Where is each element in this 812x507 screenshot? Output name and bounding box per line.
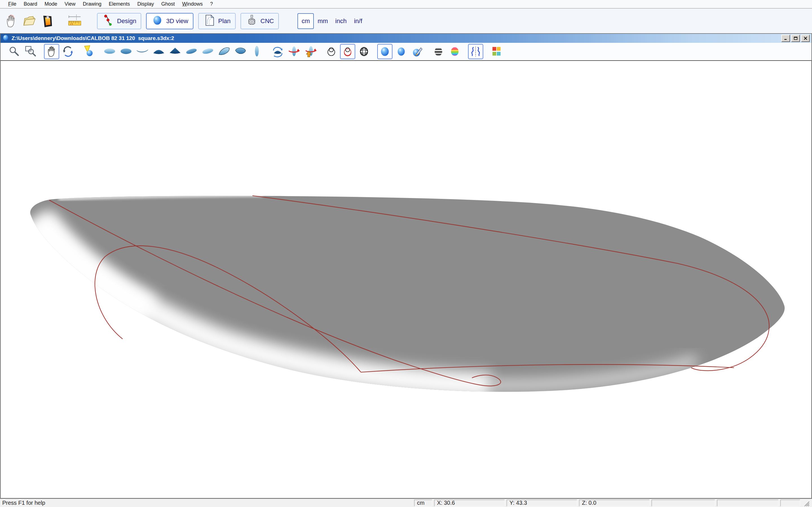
board-bottom-view-icon[interactable] (118, 44, 134, 59)
menu-bar: File Board Mode View Drawing Elements Di… (0, 0, 812, 8)
document-title: Z:\Users\dennery\Downloads\CALBOB 82 31 … (11, 35, 174, 41)
spin-right-icon[interactable] (303, 44, 318, 59)
menu-mode[interactable]: Mode (41, 0, 61, 8)
svg-text:1 0: 1 0 (70, 22, 73, 25)
status-bar: Press F1 for help cm X: 30.6 Y: 43.3 Z: … (0, 499, 812, 507)
3d-view-mode-button[interactable]: 3D view (146, 13, 193, 29)
board-deck-34-icon[interactable] (216, 44, 232, 59)
3d-view-mode-label: 3D view (166, 17, 188, 25)
menu-windows[interactable]: Windows (179, 0, 206, 8)
flip-board-icon[interactable] (270, 44, 285, 59)
zoom-window-icon[interactable] (23, 44, 38, 59)
cnc-bit-icon (246, 14, 258, 28)
status-z-coordinate: Z: 0.0 (579, 500, 650, 506)
unit-mm[interactable]: mm (314, 17, 332, 25)
zebra-stripes-icon[interactable] (431, 44, 446, 59)
sphere-3d-icon (151, 14, 163, 28)
measure-ruler-icon[interactable]: 1 0 (68, 14, 82, 28)
main-toolbar: 1 0 Design 3D view Plan CNC cm mm inch i… (0, 9, 812, 33)
board-perspective-top-icon[interactable] (184, 44, 199, 59)
status-empty-3 (780, 500, 800, 506)
paint-decor-icon[interactable] (410, 44, 425, 59)
plan-mode-button[interactable]: Plan (198, 13, 236, 29)
unit-inch[interactable]: inch (332, 17, 350, 25)
status-x-coordinate: X: 30.6 (434, 500, 505, 506)
hand-pointer-icon[interactable] (4, 14, 18, 28)
rendered-small-icon[interactable] (394, 44, 409, 59)
plan-mode-label: Plan (218, 17, 231, 25)
plan-sheet-icon (203, 14, 216, 28)
board-front-outline-icon[interactable] (249, 44, 264, 59)
board-rocker-view-icon[interactable] (135, 44, 150, 59)
board-back-view-icon[interactable] (167, 44, 183, 59)
surfboard-3d-render (1, 61, 811, 498)
menu-help[interactable]: ? (206, 0, 216, 8)
board-top-view-icon[interactable] (102, 44, 117, 59)
menu-elements[interactable]: Elements (105, 0, 134, 8)
zoom-icon[interactable] (7, 44, 22, 59)
design-mode-button[interactable]: Design (97, 13, 141, 29)
document-icon (2, 34, 9, 43)
board-bottom-34-icon[interactable] (233, 44, 248, 59)
maximize-icon[interactable] (791, 35, 800, 42)
resize-grip[interactable] (802, 499, 810, 507)
spin-left-icon[interactable] (287, 44, 302, 59)
status-unit: cm (414, 500, 432, 506)
menu-ghost[interactable]: Ghost (158, 0, 179, 8)
unit-selector: cm mm inch in/f (297, 13, 366, 29)
color-map-icon[interactable] (447, 44, 462, 59)
window-colors-icon[interactable] (489, 44, 504, 59)
cnc-mode-button[interactable]: CNC (241, 13, 279, 29)
cnc-mode-label: CNC (260, 17, 274, 25)
design-curve-icon (102, 14, 114, 28)
view-toolbar (1, 43, 811, 61)
slices-red-icon[interactable] (340, 44, 355, 59)
status-y-coordinate: Y: 43.3 (507, 500, 577, 506)
menu-board[interactable]: Board (20, 0, 41, 8)
unit-cm[interactable]: cm (297, 13, 314, 29)
minimize-icon[interactable] (781, 35, 790, 42)
document-window: Z:\Users\dennery\Downloads\CALBOB 82 31 … (0, 33, 812, 499)
status-empty-1 (652, 500, 715, 506)
menu-file[interactable]: File (4, 0, 20, 8)
close-icon[interactable] (801, 35, 810, 42)
pan-hand-icon[interactable] (44, 44, 59, 59)
design-mode-label: Design (117, 17, 136, 25)
menu-view[interactable]: View (61, 0, 79, 8)
rotate-view-icon[interactable] (60, 44, 75, 59)
wireframe-icon[interactable] (356, 44, 371, 59)
rendered-view-icon[interactable] (377, 44, 393, 59)
status-help-text: Press F1 for help (2, 500, 45, 506)
slices-icon[interactable] (324, 44, 339, 59)
status-empty-2 (717, 500, 778, 506)
window-controls (780, 35, 810, 42)
menu-display[interactable]: Display (134, 0, 158, 8)
board-perspective-bottom-icon[interactable] (200, 44, 215, 59)
viewport-3d[interactable] (1, 61, 811, 498)
save-icon[interactable] (40, 14, 54, 28)
document-title-bar[interactable]: Z:\Users\dennery\Downloads\CALBOB 82 31 … (1, 34, 811, 43)
unit-inf[interactable]: in/f (350, 17, 366, 25)
board-front-view-icon[interactable] (151, 44, 166, 59)
menu-drawing[interactable]: Drawing (79, 0, 105, 8)
open-folder-icon[interactable] (22, 14, 36, 28)
symmetry-check-icon[interactable] (468, 44, 483, 59)
lighting-icon[interactable] (81, 44, 96, 59)
